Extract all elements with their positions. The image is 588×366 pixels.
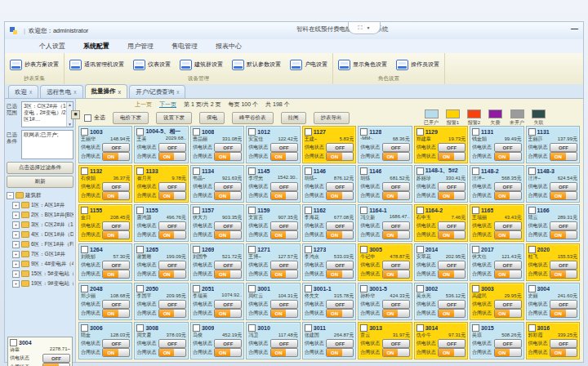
supply-toggle-off[interactable]: OFF xyxy=(326,182,354,191)
expand-icon[interactable]: + xyxy=(12,221,20,229)
supply-toggle-off[interactable]: OFF xyxy=(326,261,354,270)
meter-card[interactable]: 1012安宝佳122.42元供电状态OFF合闸状态ON xyxy=(246,126,300,163)
gate-toggle-on[interactable]: ON xyxy=(494,230,522,239)
meter-card[interactable]: 3001-5孙朴华424.33元供电状态OFF合闸状态ON xyxy=(358,283,412,320)
scroll-up-icon[interactable]: ▲ xyxy=(68,102,72,107)
batch-action-button[interactable]: 电价下发 xyxy=(113,112,149,124)
gate-toggle-on[interactable]: ON xyxy=(382,309,410,318)
refresh-button[interactable]: 刷新 xyxy=(7,176,74,188)
expand-icon[interactable]: + xyxy=(12,251,20,258)
supply-toggle-off[interactable]: OFF xyxy=(158,143,186,152)
gate-toggle-on[interactable]: ON xyxy=(326,152,354,161)
meter-card[interactable]: 1157伏大力903.35元供电状态OFF合闸状态ON xyxy=(190,204,244,242)
meter-card[interactable]: 1129郑建章19.73元供电状态OFF合闸状态ON xyxy=(414,126,468,163)
supply-toggle-off[interactable]: OFF xyxy=(214,261,242,270)
supply-toggle-off[interactable]: OFF xyxy=(326,339,354,348)
expand-icon[interactable]: + xyxy=(12,280,20,288)
supply-toggle-off[interactable]: OFF xyxy=(382,300,410,309)
card-checkbox[interactable] xyxy=(136,285,144,292)
card-checkbox[interactable] xyxy=(248,285,256,292)
gate-toggle-on[interactable]: ON xyxy=(494,152,522,161)
meter-card[interactable]: 3001周红云104.31元供电状态OFF合闸状态ON xyxy=(246,283,300,320)
ribbon-button[interactable]: 通讯管理机设置 xyxy=(68,58,126,72)
tree-item[interactable]: +6区：F区1#井（F区 xyxy=(7,239,74,249)
tree-item[interactable]: +9区：4#变电井（4# xyxy=(7,259,74,269)
supply-toggle-off[interactable]: OFF xyxy=(214,221,242,230)
supply-toggle-off[interactable]: OFF xyxy=(158,221,186,230)
gate-toggle-on[interactable]: ON xyxy=(438,152,466,161)
card-checkbox[interactable] xyxy=(305,207,312,214)
menu-item[interactable]: 系统配置 xyxy=(83,42,109,51)
meter-card[interactable]: 1155金日208.45元供电状态OFF合闸状态ON xyxy=(78,204,132,242)
gate-toggle-on[interactable]: ON xyxy=(382,230,410,239)
card-checkbox[interactable] xyxy=(193,285,200,292)
card-checkbox[interactable] xyxy=(248,207,256,214)
card-checkbox[interactable] xyxy=(305,285,312,292)
supply-toggle-off[interactable]: OFF xyxy=(102,261,130,270)
tree-item[interactable]: +4区：D区1#井（D# xyxy=(7,230,74,239)
card-checkbox[interactable] xyxy=(248,128,256,136)
gate-toggle-on[interactable]: ON xyxy=(158,152,186,161)
meter-card[interactable]: 3016郭彩霞339.25元供电状态OFF合闸状态ON xyxy=(526,322,580,359)
card-checkbox[interactable] xyxy=(472,167,479,175)
meter-card[interactable]: 1008曹品丽331.08元供电状态OFF合闸状态ON xyxy=(190,126,244,163)
next-page-link[interactable]: 下一页 xyxy=(159,100,176,109)
minimize-button[interactable]: — xyxy=(571,25,578,33)
restore-icon[interactable]: ⛶ xyxy=(359,25,363,31)
menu-item[interactable]: 报表中心 xyxy=(216,42,242,51)
select-all-checkbox[interactable] xyxy=(84,114,91,122)
supply-toggle-off[interactable]: OFF xyxy=(494,339,522,348)
meter-card[interactable]: 1148-1、5#2苏丽珍330.41元供电状态OFF合闸状态ON xyxy=(414,165,468,203)
card-checkbox[interactable] xyxy=(81,324,88,332)
card-checkbox[interactable] xyxy=(248,246,256,253)
menu-item[interactable]: 用户管理 xyxy=(127,42,154,51)
collapse-icon[interactable]: − xyxy=(7,192,14,199)
supply-toggle-off[interactable]: OFF xyxy=(326,300,354,309)
supply-toggle-off[interactable]: OFF xyxy=(270,182,298,191)
supply-toggle-off[interactable]: OFF xyxy=(102,182,130,191)
card-checkbox[interactable] xyxy=(528,128,536,136)
batch-action-button[interactable]: 峰平谷价表 xyxy=(232,112,274,124)
meter-card[interactable]: 1164-1冯立新1686.47..供电状态OFF合闸状态ON xyxy=(358,204,412,242)
meter-card[interactable]: 3011张建国264.87元供电状态OFF合闸状态ON xyxy=(302,322,356,359)
card-checkbox[interactable] xyxy=(472,285,479,292)
meter-card[interactable]: 3004诗章2278.71~供电状态OFF合闸状态ON xyxy=(10,338,70,366)
meter-card[interactable]: 1131王丽莎137.99元供电状态OFF合闸状态ON xyxy=(526,126,580,163)
expand-icon[interactable]: + xyxy=(12,231,20,239)
meter-card[interactable]: 2014安翠花202.95元供电状态OFF合闸状态ON xyxy=(414,243,468,281)
card-checkbox[interactable] xyxy=(193,207,200,214)
meter-card[interactable]: 1131钱金娟99.49元供电状态OFF合闸状态ON xyxy=(470,126,523,163)
supply-toggle-off[interactable]: OFF xyxy=(42,354,70,363)
supply-toggle-off[interactable]: OFF xyxy=(550,143,577,152)
supply-toggle-off[interactable]: OFF xyxy=(382,221,410,230)
tree-item[interactable]: +15区：5#变电站（3# xyxy=(7,269,74,279)
meter-card[interactable]: 3004史丽241.60元供电状态OFF合闸状态ON xyxy=(526,283,580,320)
gate-toggle-on[interactable]: ON xyxy=(270,152,298,161)
card-checkbox[interactable] xyxy=(416,167,424,175)
gate-toggle-on[interactable]: ON xyxy=(494,309,522,318)
meter-card[interactable]: 1146胡练681.52元供电状态OFF合闸状态ON xyxy=(358,165,412,203)
gate-toggle-on[interactable]: ON xyxy=(214,348,242,357)
tab-close-icon[interactable]: x xyxy=(118,89,122,95)
card-checkbox[interactable] xyxy=(81,246,88,253)
supply-toggle-off[interactable]: OFF xyxy=(438,300,466,309)
supply-toggle-off[interactable]: OFF xyxy=(438,339,466,348)
ribbon-button[interactable]: 建筑群设置 xyxy=(178,58,225,72)
supply-toggle-off[interactable]: OFF xyxy=(438,261,466,270)
card-checkbox[interactable] xyxy=(81,207,88,214)
meter-card[interactable]: 3008周文夏378.03元供电状态OFF合闸状态ON xyxy=(134,322,188,359)
meter-detail-popup-card[interactable]: 3004诗章2278.71~供电状态OFF合闸状态ON xyxy=(7,337,73,366)
card-checkbox[interactable] xyxy=(305,167,312,175)
meter-card[interactable]: 1166陆云289.31元供电状态OFF合闸状态ON xyxy=(526,204,580,242)
selected-range-listbox[interactable]: 3区：C区2#井（1#变电，2#变电）/2区1#… ▲▼ xyxy=(21,101,74,127)
expand-icon[interactable]: + xyxy=(12,270,20,278)
gate-toggle-on[interactable]: ON xyxy=(550,348,577,357)
meter-card[interactable]: 1159文富言907.35元供电状态OFF合闸状态ON xyxy=(246,204,300,242)
card-checkbox[interactable] xyxy=(416,128,424,136)
supply-toggle-off[interactable]: OFF xyxy=(270,143,298,152)
ribbon-button[interactable]: 操作员设置 xyxy=(394,58,441,72)
supply-toggle-off[interactable]: OFF xyxy=(270,261,298,270)
tree-item[interactable]: +1区：A区1#井 xyxy=(7,200,74,210)
select-all-control[interactable]: 全选 xyxy=(84,114,105,122)
supply-toggle-off[interactable]: OFF xyxy=(382,339,410,348)
